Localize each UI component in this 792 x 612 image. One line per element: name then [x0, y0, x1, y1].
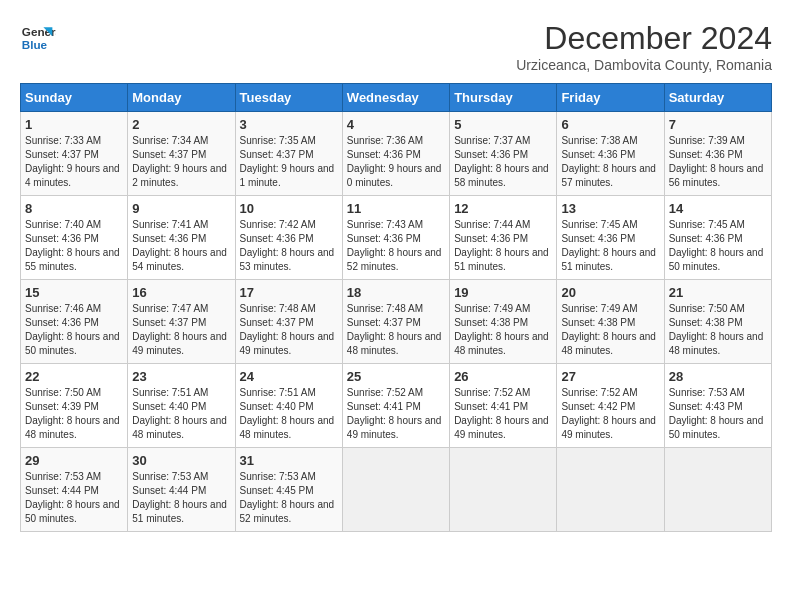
- day-number: 8: [25, 201, 123, 216]
- day-cell: 3Sunrise: 7:35 AMSunset: 4:37 PMDaylight…: [235, 112, 342, 196]
- day-number: 22: [25, 369, 123, 384]
- day-number: 25: [347, 369, 445, 384]
- day-cell: [450, 448, 557, 532]
- title-block: December 2024 Urziceanca, Dambovita Coun…: [516, 20, 772, 73]
- day-cell: 15Sunrise: 7:46 AMSunset: 4:36 PMDayligh…: [21, 280, 128, 364]
- day-number: 4: [347, 117, 445, 132]
- day-cell: 20Sunrise: 7:49 AMSunset: 4:38 PMDayligh…: [557, 280, 664, 364]
- day-cell: 13Sunrise: 7:45 AMSunset: 4:36 PMDayligh…: [557, 196, 664, 280]
- week-row-1: 1Sunrise: 7:33 AMSunset: 4:37 PMDaylight…: [21, 112, 772, 196]
- day-info: Sunrise: 7:43 AMSunset: 4:36 PMDaylight:…: [347, 218, 445, 274]
- day-cell: 2Sunrise: 7:34 AMSunset: 4:37 PMDaylight…: [128, 112, 235, 196]
- day-cell: 6Sunrise: 7:38 AMSunset: 4:36 PMDaylight…: [557, 112, 664, 196]
- day-cell: 27Sunrise: 7:52 AMSunset: 4:42 PMDayligh…: [557, 364, 664, 448]
- day-info: Sunrise: 7:48 AMSunset: 4:37 PMDaylight:…: [347, 302, 445, 358]
- day-cell: 9Sunrise: 7:41 AMSunset: 4:36 PMDaylight…: [128, 196, 235, 280]
- day-number: 17: [240, 285, 338, 300]
- day-cell: 25Sunrise: 7:52 AMSunset: 4:41 PMDayligh…: [342, 364, 449, 448]
- day-number: 14: [669, 201, 767, 216]
- day-number: 13: [561, 201, 659, 216]
- day-cell: [557, 448, 664, 532]
- day-info: Sunrise: 7:44 AMSunset: 4:36 PMDaylight:…: [454, 218, 552, 274]
- day-info: Sunrise: 7:52 AMSunset: 4:42 PMDaylight:…: [561, 386, 659, 442]
- day-info: Sunrise: 7:41 AMSunset: 4:36 PMDaylight:…: [132, 218, 230, 274]
- day-info: Sunrise: 7:49 AMSunset: 4:38 PMDaylight:…: [454, 302, 552, 358]
- day-cell: 29Sunrise: 7:53 AMSunset: 4:44 PMDayligh…: [21, 448, 128, 532]
- day-info: Sunrise: 7:48 AMSunset: 4:37 PMDaylight:…: [240, 302, 338, 358]
- day-info: Sunrise: 7:34 AMSunset: 4:37 PMDaylight:…: [132, 134, 230, 190]
- day-info: Sunrise: 7:53 AMSunset: 4:44 PMDaylight:…: [25, 470, 123, 526]
- calendar-subtitle: Urziceanca, Dambovita County, Romania: [516, 57, 772, 73]
- day-info: Sunrise: 7:53 AMSunset: 4:45 PMDaylight:…: [240, 470, 338, 526]
- day-number: 15: [25, 285, 123, 300]
- day-info: Sunrise: 7:53 AMSunset: 4:44 PMDaylight:…: [132, 470, 230, 526]
- day-cell: [664, 448, 771, 532]
- day-info: Sunrise: 7:47 AMSunset: 4:37 PMDaylight:…: [132, 302, 230, 358]
- day-number: 10: [240, 201, 338, 216]
- day-info: Sunrise: 7:46 AMSunset: 4:36 PMDaylight:…: [25, 302, 123, 358]
- header-saturday: Saturday: [664, 84, 771, 112]
- day-number: 29: [25, 453, 123, 468]
- calendar-header: SundayMondayTuesdayWednesdayThursdayFrid…: [21, 84, 772, 112]
- day-info: Sunrise: 7:42 AMSunset: 4:36 PMDaylight:…: [240, 218, 338, 274]
- day-cell: 14Sunrise: 7:45 AMSunset: 4:36 PMDayligh…: [664, 196, 771, 280]
- day-number: 6: [561, 117, 659, 132]
- day-cell: 21Sunrise: 7:50 AMSunset: 4:38 PMDayligh…: [664, 280, 771, 364]
- day-info: Sunrise: 7:45 AMSunset: 4:36 PMDaylight:…: [669, 218, 767, 274]
- day-info: Sunrise: 7:52 AMSunset: 4:41 PMDaylight:…: [347, 386, 445, 442]
- day-number: 3: [240, 117, 338, 132]
- day-info: Sunrise: 7:39 AMSunset: 4:36 PMDaylight:…: [669, 134, 767, 190]
- day-number: 2: [132, 117, 230, 132]
- day-cell: 18Sunrise: 7:48 AMSunset: 4:37 PMDayligh…: [342, 280, 449, 364]
- day-number: 1: [25, 117, 123, 132]
- header-row: SundayMondayTuesdayWednesdayThursdayFrid…: [21, 84, 772, 112]
- day-number: 27: [561, 369, 659, 384]
- header-sunday: Sunday: [21, 84, 128, 112]
- day-cell: [342, 448, 449, 532]
- week-row-3: 15Sunrise: 7:46 AMSunset: 4:36 PMDayligh…: [21, 280, 772, 364]
- day-cell: 4Sunrise: 7:36 AMSunset: 4:36 PMDaylight…: [342, 112, 449, 196]
- day-cell: 26Sunrise: 7:52 AMSunset: 4:41 PMDayligh…: [450, 364, 557, 448]
- day-info: Sunrise: 7:51 AMSunset: 4:40 PMDaylight:…: [240, 386, 338, 442]
- calendar-title: December 2024: [516, 20, 772, 57]
- day-number: 16: [132, 285, 230, 300]
- day-cell: 11Sunrise: 7:43 AMSunset: 4:36 PMDayligh…: [342, 196, 449, 280]
- day-cell: 28Sunrise: 7:53 AMSunset: 4:43 PMDayligh…: [664, 364, 771, 448]
- page-header: General Blue December 2024 Urziceanca, D…: [20, 20, 772, 73]
- calendar-table: SundayMondayTuesdayWednesdayThursdayFrid…: [20, 83, 772, 532]
- day-cell: 31Sunrise: 7:53 AMSunset: 4:45 PMDayligh…: [235, 448, 342, 532]
- day-number: 7: [669, 117, 767, 132]
- day-info: Sunrise: 7:50 AMSunset: 4:38 PMDaylight:…: [669, 302, 767, 358]
- header-monday: Monday: [128, 84, 235, 112]
- day-cell: 16Sunrise: 7:47 AMSunset: 4:37 PMDayligh…: [128, 280, 235, 364]
- day-cell: 23Sunrise: 7:51 AMSunset: 4:40 PMDayligh…: [128, 364, 235, 448]
- svg-text:Blue: Blue: [22, 38, 48, 51]
- day-number: 23: [132, 369, 230, 384]
- header-wednesday: Wednesday: [342, 84, 449, 112]
- day-info: Sunrise: 7:40 AMSunset: 4:36 PMDaylight:…: [25, 218, 123, 274]
- day-info: Sunrise: 7:33 AMSunset: 4:37 PMDaylight:…: [25, 134, 123, 190]
- day-info: Sunrise: 7:37 AMSunset: 4:36 PMDaylight:…: [454, 134, 552, 190]
- day-number: 26: [454, 369, 552, 384]
- day-number: 28: [669, 369, 767, 384]
- logo: General Blue: [20, 20, 56, 56]
- header-thursday: Thursday: [450, 84, 557, 112]
- header-friday: Friday: [557, 84, 664, 112]
- day-cell: 30Sunrise: 7:53 AMSunset: 4:44 PMDayligh…: [128, 448, 235, 532]
- day-info: Sunrise: 7:49 AMSunset: 4:38 PMDaylight:…: [561, 302, 659, 358]
- day-info: Sunrise: 7:36 AMSunset: 4:36 PMDaylight:…: [347, 134, 445, 190]
- day-info: Sunrise: 7:35 AMSunset: 4:37 PMDaylight:…: [240, 134, 338, 190]
- calendar-body: 1Sunrise: 7:33 AMSunset: 4:37 PMDaylight…: [21, 112, 772, 532]
- day-cell: 24Sunrise: 7:51 AMSunset: 4:40 PMDayligh…: [235, 364, 342, 448]
- day-number: 20: [561, 285, 659, 300]
- day-cell: 5Sunrise: 7:37 AMSunset: 4:36 PMDaylight…: [450, 112, 557, 196]
- day-cell: 7Sunrise: 7:39 AMSunset: 4:36 PMDaylight…: [664, 112, 771, 196]
- day-number: 21: [669, 285, 767, 300]
- day-cell: 17Sunrise: 7:48 AMSunset: 4:37 PMDayligh…: [235, 280, 342, 364]
- day-info: Sunrise: 7:51 AMSunset: 4:40 PMDaylight:…: [132, 386, 230, 442]
- week-row-4: 22Sunrise: 7:50 AMSunset: 4:39 PMDayligh…: [21, 364, 772, 448]
- day-info: Sunrise: 7:45 AMSunset: 4:36 PMDaylight:…: [561, 218, 659, 274]
- day-cell: 8Sunrise: 7:40 AMSunset: 4:36 PMDaylight…: [21, 196, 128, 280]
- day-cell: 19Sunrise: 7:49 AMSunset: 4:38 PMDayligh…: [450, 280, 557, 364]
- day-cell: 1Sunrise: 7:33 AMSunset: 4:37 PMDaylight…: [21, 112, 128, 196]
